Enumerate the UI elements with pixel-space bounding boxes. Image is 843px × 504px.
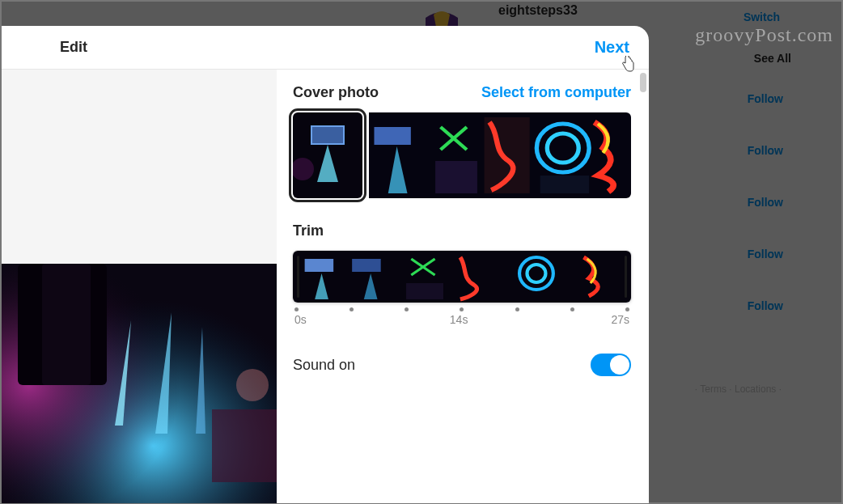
next-button[interactable]: Next (595, 38, 629, 57)
svg-rect-22 (406, 283, 443, 299)
scroll-thumb[interactable] (640, 73, 646, 92)
video-preview (2, 70, 277, 503)
cover-frames-rest[interactable] (369, 112, 631, 198)
trim-strip[interactable] (293, 251, 631, 303)
next-button-label: Next (595, 38, 629, 56)
cover-frame-selected[interactable] (293, 112, 362, 198)
watermark-text: groovyPost.com (695, 24, 833, 46)
svg-rect-21 (352, 259, 381, 272)
trim-handle-right[interactable] (625, 256, 627, 298)
toggle-knob (610, 355, 629, 375)
cover-filmstrip[interactable] (293, 112, 631, 198)
svg-rect-20 (305, 259, 334, 272)
edit-modal: Edit Next (2, 26, 649, 503)
scrollbar[interactable] (639, 70, 649, 503)
sound-on-label: Sound on (293, 357, 355, 374)
trim-end-label: 27s (611, 313, 629, 326)
trim-mid-label: 14s (450, 313, 468, 326)
svg-rect-5 (42, 264, 91, 385)
svg-rect-13 (374, 127, 410, 145)
trim-tick-dots (293, 307, 631, 311)
edit-side-panel: Cover photo Select from computer (277, 70, 649, 503)
svg-rect-14 (435, 161, 477, 193)
preview-placeholder (2, 70, 277, 264)
svg-point-7 (236, 369, 269, 401)
modal-title: Edit (60, 39, 87, 56)
trim-handle-left[interactable] (297, 256, 299, 298)
svg-rect-6 (212, 409, 277, 482)
select-from-computer-link[interactable]: Select from computer (481, 84, 631, 101)
svg-rect-10 (312, 127, 343, 143)
trim-time-labels: 0s 14s 27s (293, 313, 631, 326)
sound-toggle[interactable] (591, 354, 631, 376)
trim-start-label: 0s (294, 313, 307, 326)
svg-rect-18 (540, 176, 589, 193)
trim-title: Trim (293, 222, 631, 239)
modal-header: Edit Next (2, 26, 649, 70)
cover-photo-title: Cover photo (293, 84, 379, 101)
